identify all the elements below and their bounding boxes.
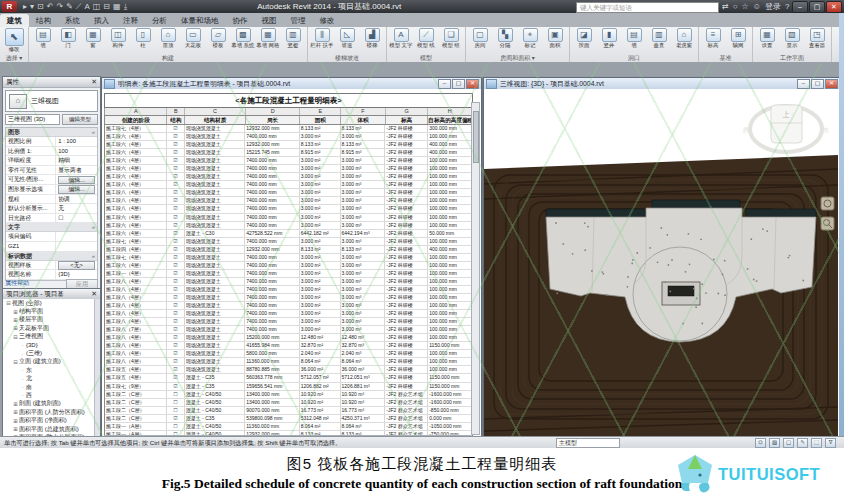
property-row[interactable]: 图形显示选项编辑...: [6, 185, 97, 195]
table-row[interactable]: 施工段八（4层）☑现场浇筑混凝土7400.000 mm3.000 m²3.000…: [105, 205, 472, 213]
table-row[interactable]: 施工段七（4层）☑现场浇筑混凝土7400.000 mm3.000 m²3.000…: [105, 238, 472, 246]
ribbon-button-墙[interactable]: ▤墙: [622, 28, 646, 49]
ribbon-button-天花板[interactable]: ▭天花板: [181, 28, 205, 49]
ribbon-button-坡道[interactable]: ◺坡道: [335, 28, 359, 49]
table-row[interactable]: 施工段二（C层）☐混凝土 - C40/5013400.000 mm10.920 …: [105, 391, 472, 399]
property-row[interactable]: 可见性/图形...编辑...: [6, 175, 97, 185]
ribbon-button-竖井[interactable]: ▮竖井: [597, 28, 621, 49]
3d-icon[interactable]: A: [84, 1, 89, 12]
row-checkbox[interactable]: ☑: [167, 157, 185, 164]
table-row[interactable]: 施工段八（4层）☑现场浇筑混凝土7400.000 mm3.000 m²3.000…: [105, 189, 472, 197]
browser-node-{3D}[interactable]: ·{3D}: [3, 341, 94, 349]
table-row[interactable]: 施工段六（4层）☑现场浇筑混凝土7400.000 mm3.000 m²3.000…: [105, 222, 472, 230]
table-row[interactable]: 施工段八（4层）☑现场浇筑混凝土15200.000 mm12.480 m²12.…: [105, 334, 472, 342]
column-header-体积[interactable]: 体积: [341, 116, 386, 125]
property-value[interactable]: 编辑...: [58, 176, 95, 185]
ribbon-button-面积[interactable]: ▣面积: [543, 28, 567, 49]
table-row[interactable]: 施工段八（7层）☑现场浇筑混凝土7400.000 mm3.000 m²3.000…: [105, 326, 472, 334]
ribbon-button-幕墙网格[interactable]: ▦幕墙 网格: [256, 28, 280, 49]
text-icon[interactable]: ⟋: [76, 1, 82, 12]
row-checkbox[interactable]: ☑: [167, 238, 185, 245]
ribbon-button-幕墙系统[interactable]: ▩幕墙 系统: [231, 28, 255, 49]
tab-视图[interactable]: 视图: [255, 14, 284, 27]
minimize-button[interactable]: –: [438, 79, 451, 89]
table-row[interactable]: 施工段一（4层）☑现场浇筑混凝土7400.000 mm3.000 m²3.000…: [105, 270, 472, 278]
table-row[interactable]: 施工段八（4层）☑现场浇筑混凝土11360.000 mm8.064 m²8.06…: [105, 358, 472, 366]
save-icon[interactable]: ▾: [30, 1, 34, 12]
row-checkbox[interactable]: ☑: [167, 302, 185, 309]
tab-分析[interactable]: 分析: [145, 14, 174, 27]
collapse-icon[interactable]: ⊟: [12, 359, 19, 365]
table-row[interactable]: 施工段八（4层）☑现场浇筑混凝土7400.000 mm3.000 m²3.000…: [105, 318, 472, 326]
table-row[interactable]: 施工段七（9层）☑混凝土 - C35159656.541 mm1206.882 …: [105, 383, 472, 391]
property-group-文字[interactable]: 文字«: [6, 223, 97, 232]
property-row[interactable]: 默认分析显示...无: [6, 204, 97, 214]
table-row[interactable]: 施工段六（4层）☑现场浇筑混凝土7400.000 mm3.000 m²3.000…: [105, 165, 472, 173]
row-checkbox[interactable]: ☑: [167, 350, 185, 357]
property-row[interactable]: 详细程度精细: [6, 156, 97, 166]
table-row[interactable]: 施工段七（4层）☑现场浇筑混凝土7400.000 mm3.000 m²3.000…: [105, 254, 472, 262]
row-checkbox[interactable]: ☑: [167, 278, 185, 285]
column-header-周长[interactable]: 周长: [246, 116, 301, 125]
browser-node-立面 (建筑立面)[interactable]: ⊟立面 (建筑立面): [3, 358, 94, 366]
ribbon-button-设置[interactable]: ▦设置: [755, 28, 779, 49]
design-option-icon[interactable]: ▧: [769, 438, 780, 448]
ribbon-button-标高[interactable]: ≡标高: [701, 28, 725, 49]
row-checkbox[interactable]: ☑: [167, 149, 185, 156]
table-row[interactable]: 施工段六（4层）☑现场浇筑混凝土12932.000 mm8.133 m²8.13…: [105, 141, 472, 149]
row-checkbox[interactable]: ☐: [167, 423, 185, 430]
column-header-结构材质[interactable]: 结构材质: [185, 116, 246, 125]
select-toggle-icon[interactable]: ⬚: [811, 438, 822, 448]
table-row[interactable]: 施工段八（4层）☑现场浇筑混凝土5800.000 mm2.040 m²2.040…: [105, 350, 472, 358]
properties-help-link[interactable]: 属性帮助: [5, 278, 29, 288]
expand-icon[interactable]: ⊞: [12, 426, 19, 432]
property-group-图形[interactable]: 图形«: [6, 128, 97, 137]
qat-icon[interactable]: ▦: [113, 1, 121, 12]
property-row[interactable]: 规程协调: [6, 195, 97, 205]
column-header-标高[interactable]: 标高: [386, 116, 429, 125]
property-row[interactable]: 日光路径☐: [6, 214, 97, 224]
user-icon[interactable]: ☺: [753, 1, 761, 12]
app-titlebar[interactable]: R ▸▾⊡↶↷✎⟋A◫⊟▦⤓ Autodesk Revit 2014 - 项目基…: [0, 0, 844, 13]
print-icon[interactable]: ↷: [56, 1, 63, 12]
row-checkbox[interactable]: ☑: [167, 125, 185, 132]
table-row[interactable]: 施工段六（4层）☑现场浇筑混凝土7400.000 mm3.000 m²3.000…: [105, 173, 472, 181]
ribbon-button-标记[interactable]: ⌖标记: [518, 28, 542, 49]
expand-icon[interactable]: ⊞: [12, 401, 19, 407]
row-checkbox[interactable]: ☑: [167, 254, 185, 261]
tab-结构[interactable]: 结构: [29, 14, 58, 27]
browser-node-结构平面[interactable]: ⊞结构平面: [3, 307, 94, 315]
property-row[interactable]: GZ1: [6, 242, 97, 252]
table-row[interactable]: 施工段六（4层）☑现场浇筑混凝土15215.745 mm8.915 m²8.91…: [105, 149, 472, 157]
ribbon-button-窗[interactable]: ▦窗: [81, 28, 105, 49]
qat-icon[interactable]: ⤓: [124, 1, 128, 12]
table-row[interactable]: 施工段二（C层）☑混凝土 - C35539800.098 mm5312.048 …: [105, 415, 472, 423]
ribbon-button-垂直[interactable]: ▥垂直: [647, 28, 671, 49]
browser-node-东[interactable]: ·东: [3, 366, 94, 374]
row-checkbox[interactable]: ☑: [167, 358, 185, 365]
row-checkbox[interactable]: ☑: [167, 342, 185, 349]
property-row[interactable]: 项目编码: [6, 232, 97, 242]
type-selector-dropdown[interactable]: 三维视图 (3D): [5, 114, 60, 125]
table-row[interactable]: 施工段六（4层）☑现场浇筑混凝土7400.000 mm3.000 m²3.000…: [105, 214, 472, 222]
phase-dropdown[interactable]: 主模型: [556, 438, 620, 448]
open-icon[interactable]: ▸: [23, 1, 27, 12]
expand-icon[interactable]: ⊞: [12, 418, 19, 424]
row-checkbox[interactable]: ☑: [167, 214, 185, 221]
help-icon[interactable]: ?: [785, 1, 789, 12]
table-row[interactable]: 施工段六（4层）☑混凝土 - C30427528.522 mm6442.182 …: [105, 230, 472, 238]
row-checkbox[interactable]: ☑: [167, 334, 185, 341]
edit-in-place-icon[interactable]: ✎: [797, 438, 808, 448]
row-checkbox[interactable]: ☑: [167, 181, 185, 188]
ribbon-button-房间[interactable]: ▢房间: [468, 28, 492, 49]
ribbon-button-轴网[interactable]: ⊞轴网: [726, 28, 750, 49]
restore-button[interactable]: ▢: [452, 79, 465, 89]
tab-修改[interactable]: 修改: [313, 14, 342, 27]
ribbon-button-构件[interactable]: ◫构件: [106, 28, 130, 49]
table-row[interactable]: 施工段八（4层）☑现场浇筑混凝土7400.000 mm3.000 m²3.000…: [105, 294, 472, 302]
ribbon-button-屋顶[interactable]: ⌂屋顶: [156, 28, 180, 49]
tab-体量和场地[interactable]: 体量和场地: [174, 14, 226, 27]
row-checkbox[interactable]: ☑: [167, 262, 185, 269]
row-checkbox[interactable]: ☑: [167, 205, 185, 212]
ribbon-button-楼梯[interactable]: ▟楼梯: [360, 28, 384, 49]
